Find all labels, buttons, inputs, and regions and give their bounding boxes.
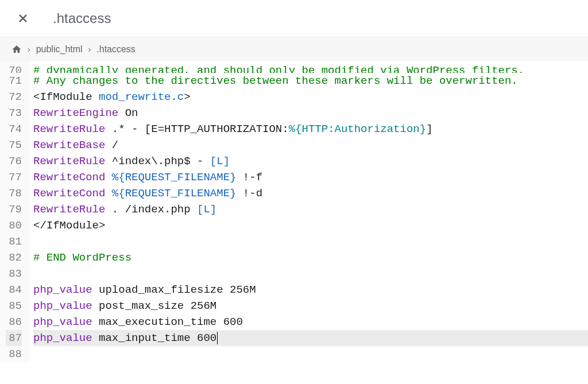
home-icon	[11, 44, 22, 55]
line-number: 87	[6, 330, 22, 346]
filename-label: .htaccess	[53, 10, 111, 26]
token-keyword: php_value	[33, 284, 92, 296]
token-value	[105, 187, 111, 200]
line-number: 75	[6, 137, 22, 153]
token-var: %{HTTP:Authorization}	[289, 123, 426, 135]
token-comment: # END WordPress	[33, 251, 131, 264]
code-editor[interactable]: 70717273747576777879808182838485868788 #…	[0, 61, 588, 362]
code-line[interactable]: php_value upload_max_filesize 256M	[33, 282, 588, 298]
token-value: ]	[426, 123, 432, 135]
line-number: 79	[6, 201, 22, 218]
line-number: 81	[6, 234, 22, 250]
code-line[interactable]	[33, 266, 588, 282]
token-value: /	[105, 139, 118, 152]
token-comment: # Any changes to the directives between …	[33, 75, 518, 87]
line-number: 82	[6, 250, 22, 266]
code-line[interactable]: </IfModule>	[33, 218, 588, 234]
token-value: <IfModule	[33, 91, 99, 103]
token-value	[105, 171, 111, 184]
line-number: 74	[6, 121, 22, 137]
token-value: On	[118, 107, 138, 119]
token-directive: %{REQUEST_FILENAME}	[112, 187, 237, 200]
token-value: !-f	[236, 171, 262, 184]
breadcrumb-item-file[interactable]: .htaccess	[96, 44, 136, 55]
line-number: 83	[6, 266, 22, 282]
code-line[interactable]: php_value max_input_time 600	[33, 330, 588, 346]
code-line[interactable]	[33, 234, 588, 250]
line-number: 86	[6, 314, 22, 330]
token-value: max_execution_time 600	[92, 316, 243, 328]
token-comment: # dynamically generated, and should only…	[33, 64, 524, 73]
line-number: 71	[6, 73, 22, 89]
text-cursor	[217, 332, 218, 344]
token-directive: mod_rewrite.c	[99, 91, 184, 103]
token-value: !-d	[236, 187, 262, 200]
line-number: 77	[6, 169, 22, 185]
code-line[interactable]	[33, 346, 588, 362]
token-keyword: php_value	[33, 332, 92, 344]
token-value: </IfModule>	[33, 219, 105, 232]
line-number: 85	[6, 298, 22, 314]
line-number-gutter: 70717273747576777879808182838485868788	[0, 61, 30, 362]
token-keyword: php_value	[33, 300, 92, 312]
code-line[interactable]: # dynamically generated, and should only…	[33, 61, 588, 73]
code-line[interactable]: php_value post_max_size 256M	[33, 298, 588, 314]
editor-header: .htaccess	[0, 0, 588, 37]
line-number: 76	[6, 153, 22, 169]
token-keyword: RewriteCond	[33, 187, 105, 200]
token-value: . /index.php	[105, 203, 197, 216]
code-line[interactable]: php_value max_execution_time 600	[33, 314, 588, 330]
code-line[interactable]: RewriteCond %{REQUEST_FILENAME} !-d	[33, 185, 588, 201]
token-value: .* - [E=HTTP_AUTHORIZATION:	[105, 123, 288, 135]
code-line[interactable]: RewriteBase /	[33, 137, 588, 153]
token-directive: %{REQUEST_FILENAME}	[112, 171, 237, 184]
token-value: post_max_size 256M	[92, 300, 217, 312]
token-flag: [L]	[210, 155, 230, 168]
code-line[interactable]: RewriteEngine On	[33, 105, 588, 121]
code-line[interactable]: RewriteRule .* - [E=HTTP_AUTHORIZATION:%…	[33, 121, 588, 137]
line-number: 88	[6, 346, 22, 362]
token-keyword: RewriteBase	[33, 139, 105, 152]
line-number: 84	[6, 282, 22, 298]
code-line[interactable]: RewriteCond %{REQUEST_FILENAME} !-f	[33, 169, 588, 185]
code-line[interactable]: RewriteRule . /index.php [L]	[33, 201, 588, 218]
line-number: 73	[6, 105, 22, 121]
close-button[interactable]	[16, 11, 30, 25]
token-keyword: php_value	[33, 316, 92, 328]
code-line[interactable]: # Any changes to the directives between …	[33, 73, 588, 89]
token-flag: [L]	[197, 203, 216, 216]
token-keyword: RewriteEngine	[33, 107, 118, 119]
breadcrumb-item-folder[interactable]: public_html	[36, 44, 83, 55]
breadcrumb-home[interactable]	[11, 44, 22, 55]
line-number: 72	[6, 89, 22, 105]
token-value: ^index\.php$ -	[105, 155, 210, 168]
code-line[interactable]: # END WordPress	[33, 250, 588, 266]
token-keyword: RewriteRule	[33, 203, 105, 216]
code-line[interactable]: RewriteRule ^index\.php$ - [L]	[33, 153, 588, 169]
token-value: upload_max_filesize 256M	[92, 284, 256, 296]
breadcrumb-separator: ›	[88, 45, 91, 54]
breadcrumb: › public_html › .htaccess	[0, 37, 588, 61]
line-number: 78	[6, 185, 22, 201]
line-number: 80	[6, 218, 22, 234]
token-value: max_input_time 600	[92, 332, 217, 344]
token-keyword: RewriteRule	[33, 155, 105, 168]
token-keyword: RewriteRule	[33, 123, 105, 135]
token-keyword: RewriteCond	[33, 171, 105, 184]
breadcrumb-separator: ›	[28, 45, 30, 54]
token-value: >	[184, 91, 190, 103]
line-number: 70	[6, 61, 22, 73]
code-line[interactable]: <IfModule mod_rewrite.c>	[33, 89, 588, 105]
code-content[interactable]: # dynamically generated, and should only…	[30, 61, 588, 362]
close-icon	[16, 11, 30, 25]
